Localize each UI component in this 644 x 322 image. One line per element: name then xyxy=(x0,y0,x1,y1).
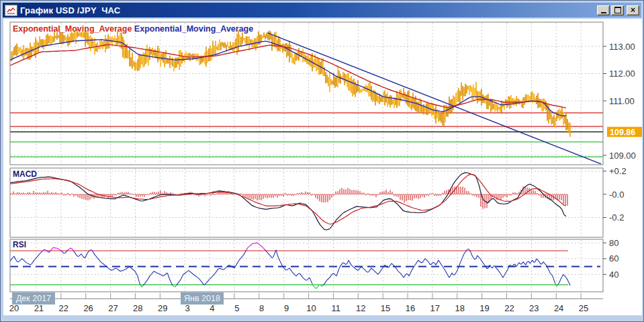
day-label: 12 xyxy=(356,303,365,313)
macd-panel[interactable] xyxy=(10,168,603,237)
day-label: 28 xyxy=(133,303,142,313)
maximize-button[interactable] xyxy=(611,5,624,15)
rsi-axis-label: 80 xyxy=(609,238,618,248)
rsi-axis-label: 60 xyxy=(609,253,618,264)
rsi-axis-label: 40 xyxy=(609,270,618,280)
chart-window: График USD /JPY ЧАС × Exponential_Moving… xyxy=(0,0,644,322)
day-label: 9 xyxy=(284,303,289,313)
window-title: График USD /JPY ЧАС xyxy=(20,5,597,15)
day-label: 10 xyxy=(306,303,316,313)
close-icon: × xyxy=(631,6,635,14)
day-label: 26 xyxy=(83,303,93,313)
day-label: 16 xyxy=(406,303,415,313)
day-label: 3 xyxy=(185,303,189,313)
day-label: 19 xyxy=(479,303,489,313)
day-label: 15 xyxy=(381,303,390,313)
chart-canvas[interactable]: Exponential_Moving_Average Exponential_M… xyxy=(3,19,642,315)
minimize-icon xyxy=(601,12,606,13)
day-label: 23 xyxy=(529,303,539,313)
month-badge-label: Дек 2017 xyxy=(16,294,51,303)
rsi-panel[interactable] xyxy=(10,239,603,292)
macd-axis-label: -0.0 xyxy=(609,190,624,200)
day-label: 25 xyxy=(579,303,588,313)
price-axis-label: 112.00 xyxy=(609,69,635,79)
close-button[interactable]: × xyxy=(627,5,639,15)
day-label: 11 xyxy=(332,303,341,313)
day-label: 22 xyxy=(504,303,514,313)
day-label: 8 xyxy=(259,303,264,313)
day-label: 27 xyxy=(108,303,118,313)
maximize-icon xyxy=(614,7,621,13)
main-price-panel[interactable] xyxy=(10,22,603,165)
current-price-value: 109.86 xyxy=(610,128,635,137)
ema-legend: Exponential_Moving_Average Exponential_M… xyxy=(13,24,253,34)
minimize-button[interactable] xyxy=(597,5,610,15)
price-axis-label: 109.00 xyxy=(609,151,636,161)
day-label: 18 xyxy=(455,303,464,313)
day-label: 5 xyxy=(234,303,239,313)
window-controls: × xyxy=(597,5,639,15)
day-label: 20 xyxy=(9,303,19,313)
day-label: 24 xyxy=(554,303,563,313)
chart-area[interactable]: Exponential_Moving_Average Exponential_M… xyxy=(3,19,642,315)
month-badge-label: Янв 2018 xyxy=(184,294,220,303)
macd-label: MACD xyxy=(13,169,37,179)
day-label: 17 xyxy=(430,303,440,313)
macd-axis-label: -0.2 xyxy=(609,212,624,223)
day-label: 4 xyxy=(210,303,214,313)
day-label: 21 xyxy=(34,303,44,313)
rsi-label: RSI xyxy=(13,240,26,249)
macd-axis-label: +0.2 xyxy=(609,166,627,176)
titlebar[interactable]: График USD /JPY ЧАС × xyxy=(3,3,641,17)
day-label: 22 xyxy=(59,303,68,313)
chart-icon xyxy=(5,5,17,16)
price-axis-label: 113.00 xyxy=(609,42,635,52)
price-axis-label: 111.00 xyxy=(609,96,635,106)
day-label: 29 xyxy=(158,303,167,313)
